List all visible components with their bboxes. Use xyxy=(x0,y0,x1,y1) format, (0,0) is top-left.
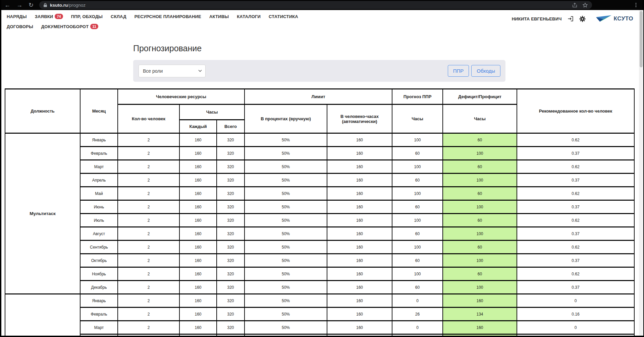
cell-limit-manhours: 160 xyxy=(327,227,392,241)
logout-icon[interactable] xyxy=(567,15,574,22)
cell-recommended: 0.62 xyxy=(517,160,634,174)
header-deficit-hours: Часы xyxy=(443,105,517,133)
cell-deficit-hours: 100 xyxy=(443,174,517,187)
nav-item[interactable]: ДОГОВОРЫ xyxy=(7,24,33,29)
share-icon[interactable] xyxy=(572,2,578,8)
cell-ppr-hours: 60 xyxy=(392,147,443,160)
cell-ppr-hours xyxy=(392,334,443,336)
header-hours-total: Всего xyxy=(217,120,245,133)
cell-limit-percent: 50% xyxy=(245,147,327,160)
nav-item[interactable]: АКТИВЫ xyxy=(209,14,229,19)
cell-limit-manhours: 160 xyxy=(327,321,392,334)
cell-position xyxy=(5,294,80,336)
ksuto-logo[interactable]: КСУТО xyxy=(596,14,633,23)
nav-item[interactable]: ЗАЯВКИ74 xyxy=(35,14,63,19)
cell-people-count: 2 xyxy=(118,200,179,214)
nav-item[interactable]: НАРЯДЫ xyxy=(7,14,27,19)
header-human-resources: Человеческие ресурсы xyxy=(118,89,245,105)
cell-people-count xyxy=(118,334,179,336)
user-name[interactable]: НИКИТА ЕВГЕНЬЕВИЧ xyxy=(512,16,562,21)
cell-recommended: 0.62 xyxy=(517,133,634,147)
url-text: ksuto.ru/prognoz xyxy=(50,3,86,8)
nav-badge: 74 xyxy=(55,14,63,19)
cell-limit-manhours: 160 xyxy=(327,187,392,200)
filter-panel: Все роли ППР Обходы xyxy=(133,60,505,82)
nav-row-secondary: ДОГОВОРЫДОКУМЕНТООБОРОТ11 xyxy=(7,22,643,30)
cell-limit-percent: 50% xyxy=(245,294,327,308)
cell-month: Ноябрь xyxy=(80,267,118,281)
cell-limit-percent: 50% xyxy=(245,160,327,174)
cell-limit-percent: 50% xyxy=(245,267,327,281)
cell-hours-total: 320 xyxy=(217,227,245,241)
role-select-value: Все роли xyxy=(143,68,198,74)
reload-icon[interactable]: ↻ xyxy=(25,2,37,8)
nav-item[interactable]: РЕСУРСНОЕ ПЛАНИРОВАНИЕ xyxy=(135,14,201,19)
browser-menu-icon[interactable] xyxy=(633,2,639,8)
cell-people-count: 2 xyxy=(118,187,179,200)
cell-month: Март xyxy=(80,321,118,334)
cell-ppr-hours: 100 xyxy=(392,187,443,200)
nav-item-label: ДОКУМЕНТООБОРОТ xyxy=(41,24,89,29)
cell-deficit-hours: 60 xyxy=(443,214,517,227)
cell-hours-total xyxy=(217,334,245,336)
header-position: Должность xyxy=(5,89,80,133)
cell-limit-manhours: 160 xyxy=(327,147,392,160)
cell-limit-manhours: 160 xyxy=(327,200,392,214)
table-row xyxy=(5,334,634,336)
nav-item[interactable]: ППР, ОБХОДЫ xyxy=(71,14,103,19)
cell-deficit-hours: 60 xyxy=(443,133,517,147)
cell-people-count: 2 xyxy=(118,241,179,254)
page-scrollbar[interactable] xyxy=(639,10,643,336)
nav-item[interactable]: ДОКУМЕНТООБОРОТ11 xyxy=(41,24,98,29)
table-row: Декабрь216032050%160601000.37 xyxy=(5,281,634,294)
cell-recommended: 0.37 xyxy=(517,174,634,187)
cell-limit-manhours xyxy=(327,334,392,336)
cell-people-count: 2 xyxy=(118,294,179,308)
nav-item[interactable]: СКЛАД xyxy=(111,14,126,19)
cell-month: Август xyxy=(80,227,118,241)
cell-month: Январь xyxy=(80,294,118,308)
role-select[interactable]: Все роли xyxy=(139,65,206,77)
cell-deficit-hours: 100 xyxy=(443,147,517,160)
cell-hours-each: 160 xyxy=(179,241,217,254)
settings-gear-icon[interactable] xyxy=(579,16,586,22)
address-bar[interactable]: ksuto.ru/prognoz xyxy=(39,1,592,9)
cell-recommended xyxy=(517,334,634,336)
cell-people-count: 2 xyxy=(118,174,179,187)
cell-limit-manhours: 160 xyxy=(327,160,392,174)
cell-deficit-hours: 60 xyxy=(443,241,517,254)
scrollbar-thumb[interactable] xyxy=(640,11,643,67)
back-icon[interactable]: ← xyxy=(1,2,13,8)
nav-item[interactable]: СТАТИСТИКА xyxy=(269,14,298,19)
header-ppr-forecast: Прогноз ППР xyxy=(392,89,443,105)
cell-position: Мультитаск xyxy=(5,133,80,294)
nav-badge: 11 xyxy=(90,24,98,29)
cell-recommended: 0.37 xyxy=(517,254,634,267)
cell-people-count: 2 xyxy=(118,308,179,321)
browser-chrome: ← → ↻ ksuto.ru/prognoz xyxy=(1,0,643,10)
nav-item[interactable]: КАТАЛОГИ xyxy=(237,14,261,19)
cell-hours-each: 160 xyxy=(179,160,217,174)
cell-recommended: 0 xyxy=(517,294,634,308)
cell-recommended: 0 xyxy=(517,321,634,334)
nav-item-label: НАРЯДЫ xyxy=(7,14,27,19)
table-row: Июнь216032050%160601000.37 xyxy=(5,200,634,214)
table-row: Апрель216032050%160601000.37 xyxy=(5,174,634,187)
nav-item-label: ДОГОВОРЫ xyxy=(7,24,33,29)
top-navigation: НАРЯДЫЗАЯВКИ74ППР, ОБХОДЫСКЛАДРЕСУРСНОЕ … xyxy=(1,10,643,30)
forward-icon[interactable]: → xyxy=(13,2,25,8)
cell-limit-manhours: 160 xyxy=(327,254,392,267)
bookmark-star-icon[interactable] xyxy=(582,2,588,8)
cell-deficit-hours: 134 xyxy=(443,308,517,321)
cell-hours-total: 320 xyxy=(217,147,245,160)
cell-limit-manhours: 160 xyxy=(327,214,392,227)
cell-hours-total: 320 xyxy=(217,214,245,227)
cell-ppr-hours: 100 xyxy=(392,241,443,254)
cell-deficit-hours: 60 xyxy=(443,267,517,281)
table-row: Февраль216032050%160261340.16 xyxy=(5,308,634,321)
rounds-button[interactable]: Обходы xyxy=(471,65,500,77)
cell-ppr-hours: 60 xyxy=(392,174,443,187)
cell-hours-each: 160 xyxy=(179,214,217,227)
ppr-button[interactable]: ППР xyxy=(448,65,469,77)
cell-hours-each: 160 xyxy=(179,267,217,281)
